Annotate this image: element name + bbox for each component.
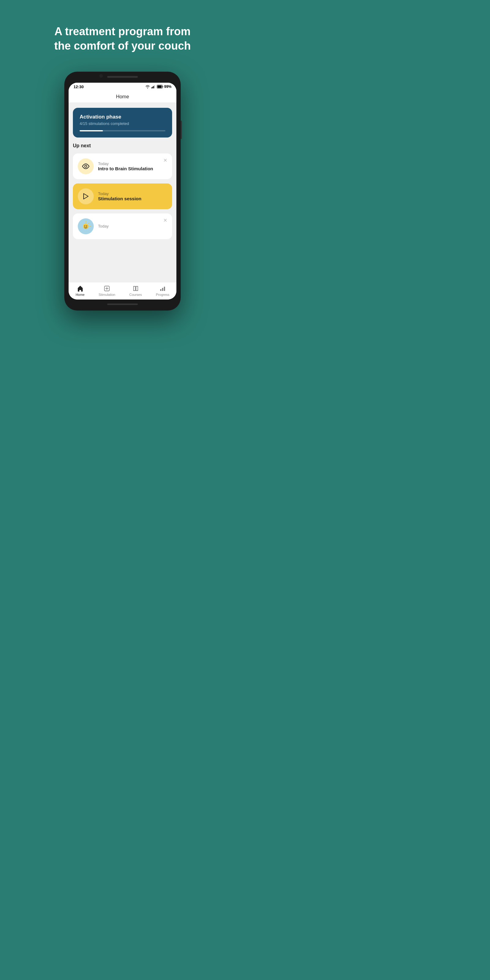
app-content: Activation phase 4/15 stimulations compl… — [68, 103, 177, 282]
svg-point-7 — [83, 224, 89, 229]
battery-icon: 99% — [157, 84, 172, 89]
play-icon — [83, 193, 89, 200]
svg-rect-5 — [158, 86, 162, 88]
svg-rect-17 — [162, 288, 163, 291]
task-card-partial[interactable]: Today ✕ — [73, 213, 172, 239]
status-bar: 12:30 — [68, 83, 177, 91]
courses-icon — [132, 285, 139, 292]
nav-item-stimulation[interactable]: Stimulation — [99, 285, 115, 296]
progress-icon — [159, 285, 166, 292]
nav-item-home[interactable]: Home — [76, 285, 84, 296]
wifi-icon — [145, 85, 150, 89]
activation-subtitle: 4/15 stimulations completed — [80, 121, 165, 126]
task-card-stimulation[interactable]: Today Stimulation session — [73, 183, 172, 209]
nav-label-progress: Progress — [156, 293, 169, 296]
svg-rect-18 — [164, 286, 165, 291]
svg-point-11 — [84, 225, 86, 226]
task-day-intro: Today — [98, 161, 153, 166]
close-button-partial[interactable]: ✕ — [162, 217, 169, 224]
nav-label-stimulation: Stimulation — [99, 293, 115, 296]
progress-bar-bg — [80, 130, 165, 131]
phone-frame: 12:30 — [64, 72, 181, 310]
task-name-intro: Intro to Brain Stimulation — [98, 166, 153, 171]
svg-rect-1 — [152, 87, 153, 88]
status-time: 12:30 — [73, 84, 84, 89]
stimulation-icon — [103, 285, 111, 292]
task-icon-eye-bg — [78, 158, 94, 174]
svg-rect-2 — [153, 86, 154, 89]
svg-line-9 — [89, 223, 89, 224]
close-button-intro[interactable]: ✕ — [162, 157, 169, 164]
task-info-partial: Today — [98, 224, 109, 229]
svg-point-12 — [86, 225, 87, 226]
phone-bottom-bar — [107, 304, 138, 305]
activation-title: Activation phase — [80, 114, 165, 120]
app-header: Home — [68, 91, 177, 103]
signal-icon — [151, 85, 156, 89]
app-title: Home — [116, 94, 129, 99]
battery-percent: 99% — [164, 84, 172, 89]
nav-label-home: Home — [76, 293, 84, 296]
task-icon-sun-bg — [78, 218, 94, 234]
task-day-partial: Today — [98, 224, 109, 229]
svg-point-6 — [85, 165, 87, 167]
svg-rect-16 — [160, 289, 161, 291]
nav-item-progress[interactable]: Progress — [156, 285, 169, 296]
svg-rect-0 — [151, 87, 152, 88]
bottom-nav: Home Stimulation — [68, 282, 177, 299]
headline-line1: A treatment program from — [54, 25, 191, 38]
task-info-stimulation: Today Stimulation session — [98, 191, 142, 201]
nav-label-courses: Courses — [129, 293, 142, 296]
phone-side-button — [181, 121, 182, 139]
up-next-label: Up next — [73, 143, 172, 148]
task-name-stimulation: Stimulation session — [98, 196, 142, 201]
phone-screen: 12:30 — [68, 83, 177, 299]
sun-icon — [81, 221, 91, 232]
headline-line2: the comfort of your couch — [54, 40, 191, 52]
home-icon — [76, 285, 84, 292]
battery-svg — [157, 85, 164, 89]
phone-mockup: 12:30 — [64, 72, 181, 310]
task-info-intro: Today Intro to Brain Stimulation — [98, 161, 153, 171]
task-day-stimulation: Today — [98, 191, 142, 196]
progress-bar-fill — [80, 130, 103, 131]
status-icons: 99% — [145, 84, 172, 89]
svg-rect-3 — [154, 85, 155, 88]
eye-icon — [82, 163, 90, 169]
task-icon-play-bg — [78, 188, 94, 204]
activation-card: Activation phase 4/15 stimulations compl… — [73, 108, 172, 137]
nav-item-courses[interactable]: Courses — [129, 285, 142, 296]
task-card-intro[interactable]: Today Intro to Brain Stimulation ✕ — [73, 153, 172, 179]
headline: A treatment program from the comfort of … — [54, 24, 191, 53]
